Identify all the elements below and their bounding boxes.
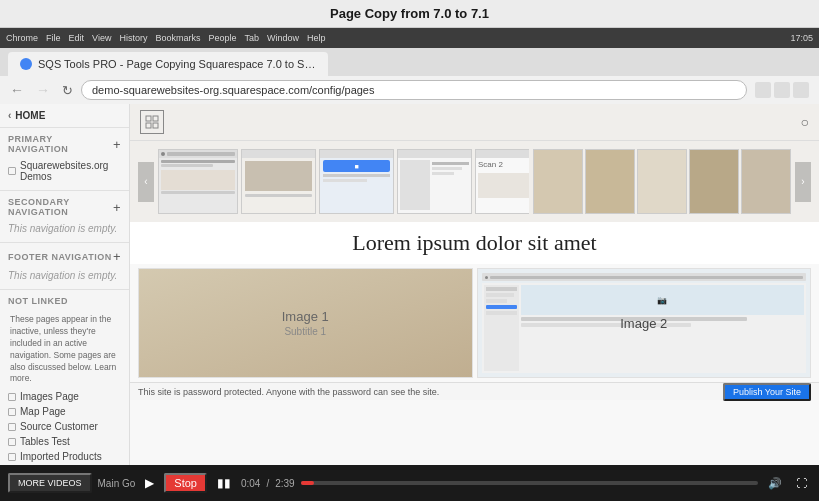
- forward-button[interactable]: →: [32, 82, 54, 98]
- gallery-thumb-scan2[interactable]: Scan 2: [475, 149, 529, 214]
- os-time: 17:05: [790, 33, 813, 43]
- os-menu-file[interactable]: File: [46, 33, 61, 43]
- active-browser-tab[interactable]: SQS Tools PRO - Page Copying Squarespace…: [8, 52, 328, 76]
- footer-nav-empty: This navigation is empty.: [8, 268, 121, 283]
- add-footer-nav[interactable]: +: [113, 249, 121, 264]
- os-menu-people[interactable]: People: [208, 33, 236, 43]
- not-linked-note: These pages appear in the inactive, unle…: [8, 310, 121, 389]
- time-separator: /: [266, 478, 269, 489]
- video-controls-bar: MORE VIDEOS Main Go ▶ Stop ▮▮ 0:04 / 2:3…: [0, 465, 819, 501]
- progress-fill: [301, 481, 315, 485]
- nav-dot-icon: [8, 453, 16, 461]
- primary-nav-item[interactable]: Squarewebsites.org Demos: [8, 158, 121, 184]
- sidebar: ‹ HOME PRIMARY NAVIGATION + Squarewebsit…: [0, 104, 130, 465]
- pause-button[interactable]: ▮▮: [213, 474, 235, 492]
- main-content-wrapper: ‹ HOME PRIMARY NAVIGATION + Squarewebsit…: [0, 104, 819, 465]
- browser-tab-bar: SQS Tools PRO - Page Copying Squarespace…: [0, 48, 819, 76]
- list-item[interactable]: Source Customer: [8, 419, 121, 434]
- secondary-nav-title: SECONDARY NAVIGATION +: [8, 197, 121, 217]
- gallery-thumb[interactable]: ■: [319, 149, 394, 214]
- add-primary-nav[interactable]: +: [113, 137, 121, 152]
- gallery-thumb[interactable]: [241, 149, 316, 214]
- address-text: demo-squarewebsites-org.squarespace.com/…: [92, 84, 375, 96]
- list-item[interactable]: Tables Test: [8, 434, 121, 449]
- bowl-images: [533, 149, 791, 214]
- os-menu-tab[interactable]: Tab: [244, 33, 259, 43]
- image2-panel: 📷 Image 2: [477, 268, 812, 378]
- os-menu-history[interactable]: History: [119, 33, 147, 43]
- video-progress-bar[interactable]: [301, 481, 758, 485]
- password-notice-bar: This site is password protected. Anyone …: [130, 382, 819, 400]
- os-menu-items: Chrome File Edit View History Bookmarks …: [6, 33, 326, 43]
- list-item[interactable]: Imported Products: [8, 449, 121, 464]
- image1-panel: Image 1 Subtitle 1: [138, 268, 473, 378]
- favicon: [20, 58, 32, 70]
- time-total: 2:39: [275, 478, 294, 489]
- os-status-area: 17:05: [790, 33, 813, 43]
- chevron-left-icon: ‹: [8, 110, 11, 121]
- list-item[interactable]: Map Page: [8, 404, 121, 419]
- nav-dot-icon: [8, 167, 16, 175]
- svg-rect-0: [146, 116, 151, 121]
- bowl-img-4: [689, 149, 739, 214]
- add-secondary-nav[interactable]: +: [113, 200, 121, 215]
- stop-button[interactable]: Stop: [164, 473, 207, 493]
- extension-icon-2[interactable]: [774, 82, 790, 98]
- page-header: ○: [130, 104, 819, 141]
- extension-icon-3[interactable]: [793, 82, 809, 98]
- image1-overlay: Image 1 Subtitle 1: [139, 269, 472, 377]
- gallery-thumb[interactable]: [397, 149, 472, 214]
- svg-rect-3: [153, 123, 158, 128]
- time-current: 0:04: [241, 478, 260, 489]
- reload-button[interactable]: ↻: [58, 83, 77, 98]
- extension-icon-1[interactable]: [755, 82, 771, 98]
- not-linked-section: NOT LINKED These pages appear in the ina…: [0, 290, 129, 465]
- footer-nav-section: FOOTER NAVIGATION + This navigation is e…: [0, 243, 129, 290]
- site-logo: [140, 110, 164, 134]
- nav-dot-icon: [8, 438, 16, 446]
- os-menu-edit[interactable]: Edit: [69, 33, 85, 43]
- lorem-section: Lorem ipsum dolor sit amet: [130, 222, 819, 264]
- home-label: HOME: [15, 110, 45, 121]
- logo-icon: [145, 115, 159, 129]
- cart-icon[interactable]: ○: [801, 114, 809, 130]
- lorem-heading: Lorem ipsum dolor sit amet: [140, 230, 809, 256]
- list-item[interactable]: Products: [8, 464, 121, 465]
- not-linked-title: NOT LINKED: [8, 296, 121, 306]
- more-videos-button[interactable]: MORE VIDEOS: [8, 473, 92, 493]
- gallery-items: ■: [158, 149, 529, 214]
- nav-dot-icon: [8, 393, 16, 401]
- video-content: ○ ‹: [130, 104, 819, 465]
- os-menu-view[interactable]: View: [92, 33, 111, 43]
- password-notice-text: This site is password protected. Anyone …: [138, 387, 439, 397]
- secondary-nav-empty: This navigation is empty.: [8, 221, 121, 236]
- window-title: Page Copy from 7.0 to 7.1: [330, 6, 489, 21]
- os-menu-chrome[interactable]: Chrome: [6, 33, 38, 43]
- bowl-img-3: [637, 149, 687, 214]
- nav-dot-icon: [8, 423, 16, 431]
- image2-overlay: Image 2: [478, 269, 811, 377]
- secondary-nav-section: SECONDARY NAVIGATION + This navigation i…: [0, 191, 129, 243]
- footer-nav-title: FOOTER NAVIGATION +: [8, 249, 121, 264]
- back-button[interactable]: ←: [6, 82, 28, 98]
- volume-icon[interactable]: 🔊: [764, 475, 786, 492]
- gallery-next-arrow[interactable]: ›: [795, 162, 811, 202]
- play-button[interactable]: ▶: [141, 474, 158, 492]
- bowl-img-2: [585, 149, 635, 214]
- gallery-prev-arrow[interactable]: ‹: [138, 162, 154, 202]
- sidebar-home[interactable]: ‹ HOME: [0, 104, 129, 128]
- image1-label: Image 1: [282, 309, 329, 324]
- image1-sublabel: Subtitle 1: [284, 326, 326, 337]
- os-menu-help[interactable]: Help: [307, 33, 326, 43]
- fullscreen-icon[interactable]: ⛶: [792, 475, 811, 491]
- browser-toolbar: ← → ↻ demo-squarewebsites-org.squarespac…: [0, 76, 819, 104]
- tab-title: SQS Tools PRO - Page Copying Squarespace…: [38, 58, 316, 70]
- address-bar[interactable]: demo-squarewebsites-org.squarespace.com/…: [81, 80, 747, 100]
- bowl-img-5: [741, 149, 791, 214]
- os-menu-window[interactable]: Window: [267, 33, 299, 43]
- list-item[interactable]: Images Page: [8, 389, 121, 404]
- os-menu-bookmarks[interactable]: Bookmarks: [155, 33, 200, 43]
- gallery-thumb[interactable]: [158, 149, 238, 214]
- svg-rect-1: [153, 116, 158, 121]
- publish-site-button[interactable]: Publish Your Site: [723, 383, 811, 401]
